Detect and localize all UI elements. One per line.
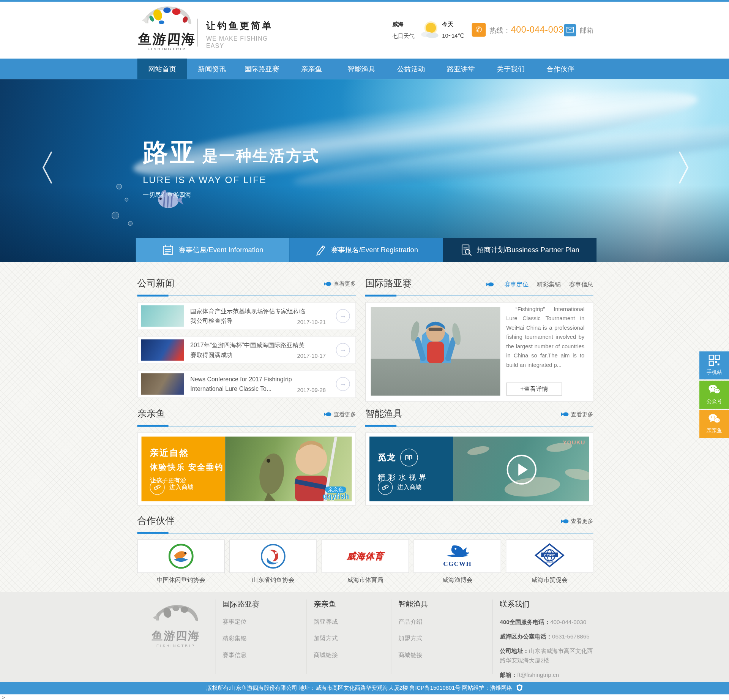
logo-fish-icon [139, 5, 195, 30]
tab-business-partner-plan[interactable]: 招商计划/Bussiness Partner Plan [443, 238, 596, 262]
partner-tile-3[interactable]: 威海体育 [322, 539, 409, 573]
link-icon [378, 480, 393, 495]
side-button-wechat-official[interactable]: 公众号 [699, 381, 729, 409]
contact-value: 400-044-0030 [550, 619, 586, 626]
weather-today-block: 今天 10~14℃ [442, 21, 464, 39]
footer-link[interactable]: 赛事定位 [222, 618, 260, 626]
fish-shape [467, 445, 490, 457]
section-title-qqfish: 亲亲鱼 [137, 407, 166, 420]
partner-tile-2[interactable] [229, 539, 317, 573]
footer-col-title: 智能渔具 [398, 599, 428, 609]
news-more-link[interactable]: 查看更多 [324, 280, 356, 288]
view-detail-button[interactable]: +查看详情 [506, 382, 562, 395]
svg-text:CCPIT: CCPIT [544, 553, 555, 557]
footer-logo: 鱼游四海 FISHINGTRIP [148, 603, 204, 648]
nav-item-charity[interactable]: 公益活动 [386, 58, 436, 79]
tournament-link-info[interactable]: 赛事信息 [569, 281, 593, 288]
footer-link[interactable]: 加盟方式 [398, 634, 428, 643]
tab-event-registration[interactable]: 赛事报名/Event Registration [289, 238, 443, 262]
gear-brand-icon [400, 449, 418, 466]
tab-label: 赛事信息/Event Information [179, 245, 264, 254]
footer-link[interactable]: 精彩集锦 [222, 634, 260, 643]
news-thumbnail [141, 305, 184, 327]
fish-bullet-icon [561, 519, 569, 523]
side-button-qqfish-wechat[interactable]: 亲亲鱼 [699, 410, 729, 438]
nav-item-gear[interactable]: 智能渔具 [336, 58, 386, 79]
gear-more-link[interactable]: 查看更多 [561, 411, 593, 419]
angler-photo-illustration [371, 307, 500, 396]
copyright-bar: 版权所有:山东鱼游四海股份有限公司 地址：威海市高区文化西路华安观海大厦2楼 鲁… [0, 682, 729, 694]
youku-watermark: YOUKU [563, 439, 585, 446]
news-item-2[interactable]: 2017年“鱼游四海杯”中国威海国际路亚精英赛取得圆满成功 2017-10-17… [137, 336, 356, 364]
gear-panel: 觅龙 精彩水视界 进入商城 [369, 437, 453, 501]
page-bottom-strip: > [0, 694, 729, 700]
copyright-text: 版权所有:山东鱼游四海股份有限公司 地址：威海市高区文化西路华安观海大厦2楼 鲁… [207, 685, 513, 691]
footer-link[interactable]: 加盟方式 [314, 634, 338, 643]
side-button-label: 亲亲鱼 [699, 427, 729, 434]
sun-icon [419, 21, 440, 39]
nav-item-partners[interactable]: 合作伙伴 [536, 58, 585, 79]
news-thumbnail [141, 339, 184, 360]
news-item-1[interactable]: 国家体育产业示范基地现场评估专家组莅临我公司检查指导 2017-10-21 → [137, 302, 356, 330]
hero-text: 路亚是一种生活方式 LURE IS A WAY OF LIFE 一切尽在鱼游四海 [143, 136, 320, 199]
wechat-icon [708, 384, 720, 395]
main-nav: 网站首页 新闻资讯 国际路亚赛 亲亲鱼 智能渔具 公益活动 路亚讲堂 关于我们 … [0, 58, 729, 79]
arrow-circle-icon[interactable]: → [336, 377, 350, 391]
footer-link[interactable]: 路亚养成 [314, 618, 338, 626]
carousel-next-arrow[interactable] [675, 149, 691, 186]
news-thumbnail [141, 373, 184, 395]
footer-separator [215, 599, 215, 674]
news-title: News Conference for 2017 Fishingtrip Int… [190, 374, 308, 393]
weather-city: 威海 [392, 21, 415, 28]
weather-forecast-link[interactable]: 七日天气 [392, 33, 415, 41]
nav-item-home[interactable]: 网站首页 [137, 58, 187, 79]
tournament-card: “Fishingtrip” International Lure Classic… [365, 302, 593, 401]
nav-item-qqfish[interactable]: 亲亲鱼 [287, 58, 336, 79]
qqfish-more-link[interactable]: 查看更多 [324, 411, 356, 419]
nav-item-lecture[interactable]: 路亚讲堂 [436, 58, 486, 79]
weather-city-block: 威海 七日天气 [392, 21, 415, 41]
mail-label[interactable]: 邮箱 [580, 26, 594, 35]
footer-link[interactable]: 赛事信息 [222, 651, 260, 659]
tournament-links: 赛事定位 精彩集锦 赛事信息 [486, 280, 593, 289]
fish-bullet-icon [561, 412, 569, 417]
site-logo[interactable]: 鱼游四海 FISHINGTRIP [136, 5, 198, 52]
arrow-circle-icon[interactable]: → [336, 343, 350, 357]
tournament-link-highlights[interactable]: 精彩集锦 [536, 281, 561, 288]
hero-tagline: 一切尽在鱼游四海 [143, 191, 320, 199]
partner-logo-caa [169, 544, 194, 569]
nav-item-about[interactable]: 关于我们 [486, 58, 535, 79]
footer-link[interactable]: 商城链接 [314, 651, 338, 659]
side-button-mobile-site[interactable]: 手机站 [699, 351, 729, 379]
section-underline [137, 533, 593, 533]
partner-name: 山东省钓鱼协会 [229, 576, 317, 584]
qqfish-mall-link[interactable]: 进入商城 [150, 480, 194, 495]
footer-link[interactable]: 商城链接 [398, 651, 428, 659]
qr-code-icon [708, 355, 720, 366]
partners-more-link[interactable]: 查看更多 [561, 518, 593, 526]
qqfish-panel: 亲近自然 体验快乐 安全垂钓 让孩子更有爱 进入商城 [142, 437, 226, 501]
mail-icon[interactable] [564, 24, 576, 36]
tournament-link-position[interactable]: 赛事定位 [504, 281, 529, 288]
tab-event-information[interactable]: 赛事信息/Event Information [136, 238, 289, 262]
section-title-news: 公司新闻 [137, 277, 175, 289]
nav-item-news[interactable]: 新闻资讯 [187, 58, 237, 79]
nav-item-tournament[interactable]: 国际路亚赛 [237, 58, 287, 79]
carousel-prev-arrow[interactable] [39, 149, 55, 186]
footer: 鱼游四海 FISHINGTRIP 国际路亚赛 赛事定位 精彩集锦 赛事信息 亲亲… [0, 592, 729, 682]
tagline-cn: 让钓鱼更简单 [206, 19, 273, 32]
tournament-section: 国际路亚赛 赛事定位 精彩集锦 赛事信息 [365, 277, 593, 401]
gear-mall-link[interactable]: 进入商城 [378, 480, 421, 495]
play-button[interactable] [507, 455, 536, 484]
news-item-3[interactable]: News Conference for 2017 Fishingtrip Int… [137, 370, 356, 398]
site-header: 鱼游四海 FISHINGTRIP 让钓鱼更简单 WE MAKE FISHING … [0, 2, 729, 59]
arrow-circle-icon[interactable]: → [336, 309, 350, 323]
gear-card: 觅龙 精彩水视界 进入商城 [365, 432, 593, 505]
footer-link[interactable]: 产品介绍 [398, 618, 428, 626]
partner-tile-4[interactable]: CGCWH [413, 539, 501, 573]
qqfish-card: 亲近自然 体验快乐 安全垂钓 让孩子更有爱 进入商城 [137, 432, 356, 505]
weather-temp: 10~14℃ [442, 33, 464, 39]
side-button-label: 公众号 [699, 398, 729, 405]
partner-tile-5[interactable]: CCPIT WEIHAI [506, 539, 593, 573]
partner-tile-1[interactable] [137, 539, 225, 573]
